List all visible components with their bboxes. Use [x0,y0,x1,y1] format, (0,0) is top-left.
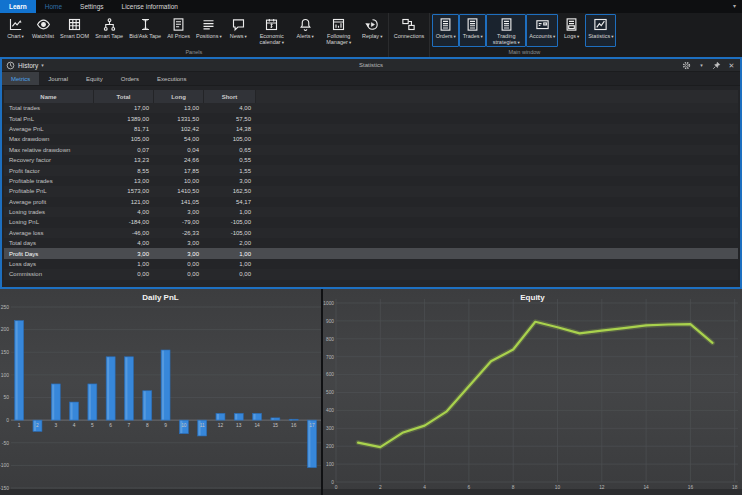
toolbar-button-label: Statistics▾ [588,33,613,40]
charts-area: Daily PnL -150-100-500501001502002501234… [0,289,742,495]
cell-total: 121,00 [94,199,154,205]
toolbar-button-label: Logs▾ [564,33,579,40]
panel-menu-caret-icon[interactable]: ▾ [697,61,706,70]
tab-journal[interactable]: Journal [39,72,77,85]
toolbar-button-accounts[interactable]: Accounts▾ [526,14,558,47]
pin-icon[interactable] [712,61,721,70]
column-header-short[interactable]: Short [204,90,256,103]
cell-long: 1410,50 [154,188,204,194]
svg-text:15: 15 [273,423,279,428]
table-row-total-trades[interactable]: Total trades17,0013,004,00 [4,103,738,113]
table-row-profitable-pnl[interactable]: Profitable PnL1573,001410,50162,50 [4,186,738,196]
toolbar-button-all-prices[interactable]: All Prices [164,14,193,47]
toolbar-button-statistics[interactable]: Statistics▾ [585,14,616,47]
tab-executions[interactable]: Executions [148,72,195,85]
toolbar-button-orders[interactable]: Orders▾ [432,14,459,47]
toolbar-button-positions[interactable]: Positions▾ [193,14,225,47]
cell-short: 54,17 [204,199,256,205]
cell-long: 54,00 [154,136,204,142]
panel-list-icon [499,17,514,32]
toolbar-button-following-manager[interactable]: Following Manager▾ [319,14,359,47]
smart-tape-tree-icon [102,17,117,32]
svg-text:11: 11 [200,423,205,428]
cell-short: 0,55 [204,157,256,163]
ribbon-collapse-caret-icon[interactable]: ▾ [733,0,736,13]
table-row-profit-factor[interactable]: Profit factor8,5517,851,55 [4,165,738,175]
tab-equity[interactable]: Equity [77,72,112,85]
table-row-losing-pnl[interactable]: Losing PnL-184,00-79,00-105,00 [4,217,738,227]
dropdown-caret-icon: ▾ [454,34,456,39]
toolbar-button-trades[interactable]: Trades▾ [459,14,486,47]
cell-total: 0,07 [94,147,154,153]
cell-total: 3,00 [94,251,154,257]
accounts-card-icon [535,17,550,32]
svg-text:12: 12 [218,423,224,428]
cell-total: 0,00 [94,271,154,277]
positions-list-icon [201,17,216,32]
tab-orders[interactable]: Orders [112,72,148,85]
cell-name: Max relative drawdown [4,147,94,153]
toolbar-button-chart[interactable]: Chart▾ [2,14,29,47]
toolbar-button-watchlist[interactable]: Watchlist [29,14,57,47]
toolbar-button-connections[interactable]: Connections [391,14,428,47]
table-row-max-relative-drawdown[interactable]: Max relative drawdown0,070,040,65 [4,145,738,155]
svg-text:250: 250 [1,304,10,310]
toolbar-button-trading-strategies[interactable]: Trading strategies▾ [486,14,526,47]
cell-name: Total trades [4,105,94,111]
table-row-average-loss[interactable]: Average loss-46,00-26,33-105,00 [4,228,738,238]
table-row-total-days[interactable]: Total days4,003,002,00 [4,238,738,248]
table-body: Total trades17,0013,004,00Total PnL1389,… [4,103,738,280]
table-row-recovery-factor[interactable]: Recovery factor13,2324,660,55 [4,155,738,165]
table-row-average-pnl[interactable]: Average PnL81,71102,4214,38 [4,124,738,134]
toolbar-button-label: Smart DOM [60,33,89,39]
tab-metrics[interactable]: Metrics [2,72,39,85]
svg-text:300: 300 [326,426,334,431]
cell-short: 1,00 [204,209,256,215]
table-row-profitable-trades[interactable]: Profitable trades13,0010,003,00 [4,176,738,186]
equity-chart: Equity 024681012141618010020030040050060… [323,289,742,495]
column-header-name[interactable]: Name [4,90,94,103]
cell-short: 57,50 [204,116,256,122]
column-header-long[interactable]: Long [154,90,204,103]
table-row-commission[interactable]: Commission0,000,000,00 [4,269,738,279]
close-icon[interactable]: ✕ [727,61,736,70]
toolbar-button-replay[interactable]: Replay▾ [359,14,386,47]
toolbar-button-label: Positions▾ [196,33,222,40]
toolbar-button-label: Watchlist [32,33,54,39]
cell-short: -105,00 [204,230,256,236]
toolbar-button-bid-ask-tape[interactable]: Bid/Ask Tape [126,14,164,47]
settings-gear-icon[interactable] [682,61,691,70]
svg-text:900: 900 [326,319,334,324]
cell-long: 102,42 [154,126,204,132]
cell-total: 1389,00 [94,116,154,122]
cell-short: 1,00 [204,251,256,257]
table-row-profit-days[interactable]: Profit Days3,003,001,00 [4,248,738,258]
column-header-total[interactable]: Total [94,90,154,103]
table-row-losing-trades[interactable]: Losing trades4,003,001,00 [4,207,738,217]
table-row-loss-days[interactable]: Loss days1,000,001,00 [4,259,738,269]
cell-short: 0,00 [204,271,256,277]
cell-long: 141,05 [154,199,204,205]
panel-title-caret-icon[interactable]: ▾ [41,62,44,68]
learn-button[interactable]: Learn [0,0,36,13]
table-row-max-drawdown[interactable]: Max drawdown105,0054,00105,00 [4,134,738,144]
toolbar-button-alerts[interactable]: Alerts▾ [292,14,319,47]
menu-tab-license-information[interactable]: License information [113,0,187,13]
toolbar-group-buttons: Orders▾Trades▾Trading strategies▾Account… [432,13,616,48]
connections-icon [401,17,416,32]
toolbar-group-label: Panels [2,48,386,57]
table-row-total-pnl[interactable]: Total PnL1389,001331,5057,50 [4,113,738,123]
toolbar-button-economic-calendar[interactable]: Economic calendar▾ [252,14,292,47]
dropdown-caret-icon: ▾ [282,40,284,45]
cell-long: 3,00 [154,240,204,246]
toolbar-button-smart-dom[interactable]: Smart DOM [57,14,92,47]
dropdown-caret-icon: ▾ [577,34,579,39]
news-bubble-icon [231,17,246,32]
menu-tab-settings[interactable]: Settings [71,0,113,13]
toolbar-button-logs[interactable]: Logs▾ [558,14,585,47]
toolbar-button-smart-tape[interactable]: Smart Tape [92,14,126,47]
menu-tab-home[interactable]: Home [36,0,71,13]
toolbar-button-news[interactable]: News▾ [225,14,252,47]
panel-titlebar-actions: ▾ ✕ [682,61,736,70]
table-row-average-profit[interactable]: Average profit121,00141,0554,17 [4,197,738,207]
